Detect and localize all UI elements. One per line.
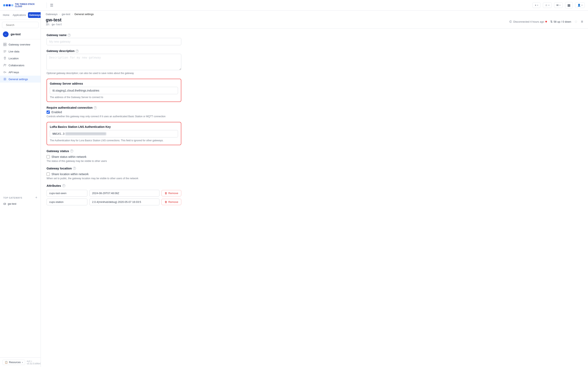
svg-point-13 [4, 79, 6, 80]
status-badge: Disconnected 4 hours ago [509, 20, 547, 23]
main-content: Gateway name ? Gateway description ? Opt… [41, 29, 588, 367]
remove-attr-1-button[interactable]: 🗑 Remove [162, 199, 181, 205]
top-gateways-label: Top gateways [3, 197, 22, 199]
logo-block-2 [6, 4, 8, 6]
user-menu-button[interactable]: 👤 ▾ [575, 2, 585, 8]
lns-key-hint: The Authentication Key for Lora Basics S… [50, 139, 178, 142]
gateway-status-help-icon[interactable]: ? [70, 150, 73, 152]
grid-icon [3, 43, 7, 46]
logo-block-1 [3, 4, 5, 6]
top-gateways-section-header: Top gateways + [0, 193, 41, 201]
gateway-name-input[interactable] [47, 38, 181, 45]
list-icon [3, 50, 7, 53]
attributes-help-icon[interactable]: ? [62, 184, 65, 187]
svg-rect-3 [5, 43, 6, 44]
logo-block-3 [9, 4, 11, 6]
attr-row-0: 🗑 Remove [47, 190, 181, 197]
gateway-description-label: Gateway description ? [47, 49, 181, 53]
server-address-label: Gateway Server address [50, 82, 178, 85]
disconnected-icon [509, 20, 512, 23]
sidebar-item-api-keys[interactable]: API keys [0, 69, 41, 76]
require-auth-field: Require authenticated connection ? Enabl… [47, 106, 181, 118]
remove-attr-0-button[interactable]: 🗑 Remove [162, 190, 181, 196]
attr-key-0[interactable] [47, 190, 87, 197]
lns-key-blurred [65, 132, 106, 135]
more-options-button[interactable]: ≡ [581, 20, 583, 24]
logo-block-4 [11, 4, 13, 6]
svg-point-10 [4, 64, 5, 65]
breadcrumb-gw-test[interactable]: gw-test [62, 13, 70, 16]
attr-key-1[interactable] [47, 199, 87, 205]
logo-area: THE THINGS STACK CLOUD [3, 3, 44, 8]
gateway-description-field: Gateway description ? Optional gateway d… [47, 49, 181, 75]
share-location-hint: When set to public, the gateway location… [47, 177, 181, 180]
main-layout: Home Applications Gateways ⌘ K ← gw-test [0, 11, 588, 367]
add-gateway-button[interactable]: + [35, 196, 37, 200]
gateway-list-item-gw-test[interactable]: gw-test [0, 201, 41, 207]
sidebar-bottom: 📋 Resources ▾ eu1 • v3.32.0.b96e907c31 [0, 358, 41, 367]
sidebar-tab-gateways[interactable]: Gateways [28, 12, 41, 18]
page-header-bar: Gateways › gw-test › General settings gw… [41, 11, 588, 29]
sidebar: Home Applications Gateways ⌘ K ← gw-test [0, 11, 41, 367]
svg-point-15 [4, 204, 4, 204]
share-status-label: Share status within network [52, 155, 86, 158]
sidebar-tab-applications[interactable]: Applications [11, 12, 27, 18]
share-status-checkbox[interactable] [47, 155, 50, 158]
gateway-desc-help-icon[interactable]: ? [76, 50, 79, 53]
sidebar-item-general-settings[interactable]: General settings [0, 76, 41, 83]
sidebar-item-collaborators[interactable]: Collaborators [0, 62, 41, 69]
enabled-checkbox[interactable] [47, 110, 50, 114]
gateway-name-heading: gw-test [46, 17, 62, 23]
status-dot [545, 21, 547, 22]
content-area: Gateways › gw-test › General settings gw… [41, 11, 588, 367]
attr-row-1: 🗑 Remove [47, 199, 181, 205]
search-input[interactable] [6, 24, 40, 26]
lns-key-input-display[interactable]: NNSXS.3 [50, 130, 178, 137]
require-auth-hint: Controls whether this gateway may only c… [47, 115, 181, 118]
attributes-section-title: Attributes ? [47, 184, 181, 187]
require-auth-label: Require authenticated connection ? [47, 106, 181, 109]
share-status-hint: The status of this gateway may be visibl… [47, 160, 181, 162]
sidebar-tab-home[interactable]: Home [2, 12, 11, 18]
gateway-location-help-icon[interactable]: ? [73, 167, 76, 170]
form-section: Gateway name ? Gateway description ? Opt… [47, 33, 181, 205]
server-address-hint: The address of the Gateway Server to con… [50, 96, 178, 99]
svg-rect-2 [3, 43, 5, 44]
back-button[interactable]: ← [3, 31, 9, 37]
server-address-highlighted-field: Gateway Server address The address of th… [47, 79, 181, 102]
sidebar-nav-tabs: Home Applications Gateways [0, 11, 41, 20]
gateway-description-input[interactable] [47, 54, 181, 70]
share-location-checkbox[interactable] [47, 173, 50, 176]
gateway-item-icon [3, 202, 6, 205]
resources-button[interactable]: 📋 Resources ▾ [2, 360, 25, 365]
traffic-info: ⇅ 58 up / 0 down [550, 20, 571, 23]
dashboard-button[interactable]: ▦ [565, 2, 573, 8]
sidebar-menu: Gateway overview Live data Location [0, 39, 41, 193]
gateway-name-field: Gateway name ? [47, 33, 181, 45]
attributes-field: Attributes ? 🗑 Remove [47, 184, 181, 205]
sidebar-item-live-data[interactable]: Live data [0, 48, 41, 55]
breadcrumb-gateways[interactable]: Gateways [46, 13, 58, 16]
server-address-input[interactable] [50, 87, 178, 94]
collapse-sidebar-button[interactable]: ☰ [49, 2, 54, 8]
sidebar-item-location[interactable]: Location [0, 55, 41, 62]
svg-rect-4 [3, 45, 5, 46]
gateway-desc-hint: Optional gateway description; can also b… [47, 72, 181, 75]
notifications-button[interactable]: ✉ ▾ [554, 2, 563, 8]
gateway-name-help-icon[interactable]: ? [68, 34, 71, 37]
status-text: Disconnected 4 hours ago [513, 20, 544, 23]
breadcrumb-current: General settings [74, 13, 94, 16]
enabled-checkbox-row: Enabled [47, 110, 181, 114]
attr-val-0[interactable] [89, 190, 159, 197]
logo-blocks [3, 4, 13, 6]
svg-point-11 [5, 64, 6, 65]
attr-val-1[interactable] [89, 199, 159, 205]
star-button[interactable]: ☆ [574, 19, 578, 24]
bookmark-button[interactable]: ☆ ▾ [543, 2, 552, 8]
version-label: eu1 • v3.32.0.b96e907c31 [27, 360, 41, 365]
sidebar-item-overview[interactable]: Gateway overview [0, 41, 41, 48]
add-button[interactable]: + ▾ [532, 2, 540, 8]
require-auth-help-icon[interactable]: ? [94, 106, 97, 109]
svg-rect-14 [4, 203, 6, 205]
gateway-location-field: Gateway location ? Share location within… [47, 167, 181, 180]
